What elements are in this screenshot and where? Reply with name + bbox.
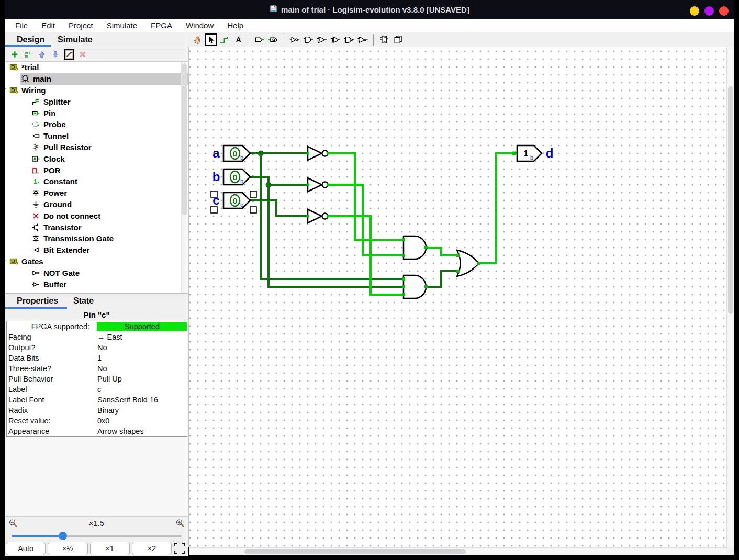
poke-tool-icon[interactable] — [191, 33, 204, 46]
property-row-facing[interactable]: Facing→ East — [7, 332, 187, 342]
tree-item-bit-extender[interactable]: Bit Extender — [5, 244, 188, 256]
text-tool-icon[interactable]: A — [232, 33, 244, 46]
tree-item-buffer[interactable]: Buffer — [5, 278, 188, 290]
zoom-slider-thumb[interactable] — [59, 532, 67, 540]
property-row-output-[interactable]: Output?No — [7, 342, 187, 353]
and-gate[interactable] — [404, 236, 426, 259]
and-gate-tool-icon[interactable] — [302, 33, 315, 46]
horizontal-scrollbar-thumb[interactable] — [244, 549, 466, 554]
collapse-arrow-icon[interactable] — [5, 256, 6, 266]
tree-item-ground[interactable]: Ground — [5, 199, 188, 210]
property-value[interactable]: Binary — [97, 406, 187, 415]
property-row-label-font[interactable]: Label FontSansSerif Bold 16 — [7, 395, 187, 405]
property-row-three-state-[interactable]: Three-state?No — [7, 363, 187, 374]
tree-item-transistor[interactable]: Transistor — [5, 221, 188, 233]
property-value[interactable]: SansSerif Bold 16 — [97, 396, 187, 404]
zoom-slider[interactable] — [12, 535, 182, 537]
tree-item-not-gate[interactable]: NOT Gate — [5, 267, 188, 278]
tree-item-main[interactable]: main — [5, 73, 188, 85]
input-pin-tool-icon[interactable] — [253, 33, 266, 46]
output-pin-tool-icon[interactable] — [267, 33, 279, 46]
edit-tool-icon[interactable] — [205, 33, 217, 46]
property-value[interactable]: Pull Up — [97, 375, 187, 383]
not-gate[interactable] — [308, 209, 328, 223]
wiring-tool-icon[interactable] — [218, 33, 231, 46]
input-pin-c[interactable]: 0 b c — [212, 193, 254, 208]
zoom-button-2[interactable]: ×2 — [132, 542, 172, 555]
selection-handle[interactable] — [211, 191, 217, 197]
property-row-reset-value-[interactable]: Reset value:0x0 — [7, 416, 187, 426]
tree-item-do-not-connect[interactable]: Do not connect — [5, 210, 188, 221]
zoom-button-auto[interactable]: Auto — [6, 542, 46, 555]
tree-item-clock[interactable]: Clock — [5, 153, 188, 164]
property-value[interactable]: No — [97, 343, 187, 352]
property-value[interactable]: No — [97, 364, 187, 373]
and-gate[interactable] — [404, 275, 426, 298]
add-vhdl-icon[interactable]: VHDL — [23, 49, 33, 60]
property-value[interactable]: → East — [97, 333, 187, 341]
tree-item--trial[interactable]: *trial — [5, 62, 188, 73]
selection-handle[interactable] — [250, 207, 256, 213]
tree-item-probe[interactable]: Probe — [5, 119, 188, 130]
property-row-data-bits[interactable]: Data Bits1 — [7, 353, 187, 363]
tab-simulate[interactable]: Simulate — [58, 32, 93, 47]
window-button-minimize[interactable] — [690, 6, 699, 16]
menu-edit[interactable]: Edit — [35, 20, 62, 31]
or-gate-tool-icon[interactable] — [316, 33, 328, 46]
property-row-fpga-supported-[interactable]: FPGA supported:Supported — [7, 321, 187, 332]
tree-item-pull-resistor[interactable]: Pull Resistor — [5, 142, 188, 153]
move-down-icon[interactable] — [50, 49, 61, 60]
tree-item-pin[interactable]: Pin — [5, 107, 188, 119]
property-value[interactable]: 1 — [97, 354, 187, 362]
property-row-radix[interactable]: RadixBinary — [7, 405, 187, 416]
property-value[interactable]: 0x0 — [97, 417, 187, 425]
or-gate[interactable] — [457, 250, 479, 276]
edit-appearance-icon[interactable] — [64, 49, 74, 60]
menu-file[interactable]: File — [8, 20, 35, 31]
selection-handle[interactable] — [211, 207, 217, 213]
canvas-vertical-scrollbar[interactable] — [726, 47, 734, 547]
vertical-scrollbar-thumb[interactable] — [728, 86, 733, 314]
fit-selection-icon[interactable] — [172, 542, 187, 556]
not-gate[interactable] — [308, 178, 328, 192]
add-circuit-icon[interactable] — [9, 49, 20, 60]
tree-scrollbar[interactable] — [181, 62, 187, 293]
property-row-pull-behavior[interactable]: Pull BehaviorPull Up — [7, 374, 187, 384]
circuit-appearance-tool-icon[interactable] — [391, 33, 404, 46]
property-value[interactable]: Supported — [97, 322, 187, 331]
collapse-arrow-icon[interactable] — [5, 85, 6, 95]
property-row-appearance[interactable]: AppearanceArrow shapes — [7, 426, 187, 436]
input-pin-a[interactable]: 0 b a — [212, 145, 254, 161]
not-gate[interactable] — [308, 147, 328, 160]
xor-gate-tool-icon[interactable] — [329, 33, 342, 46]
input-pin-b[interactable]: 0 b b — [212, 169, 254, 185]
menu-simulate[interactable]: Simulate — [100, 20, 144, 31]
circuit-canvas[interactable]: 0 b a 0 b b 0 b c 1 b d — [189, 47, 726, 547]
property-value[interactable]: c — [97, 385, 187, 394]
zoom-button-1[interactable]: ×1 — [90, 542, 130, 555]
tree-item-por[interactable]: POR — [5, 164, 188, 176]
window-button-close[interactable] — [719, 6, 729, 16]
move-up-icon[interactable] — [37, 49, 47, 60]
zoom-button-[interactable]: ×½ — [48, 542, 87, 555]
nor-gate-tool-icon[interactable] — [356, 33, 369, 46]
add-subcircuit-tool-icon[interactable] — [378, 33, 390, 46]
zoom-in-icon[interactable] — [175, 519, 185, 528]
tab-properties[interactable]: Properties — [17, 294, 58, 308]
property-row-label[interactable]: Labelc — [7, 384, 187, 395]
nand-gate-tool-icon[interactable] — [343, 33, 355, 46]
canvas-horizontal-scrollbar[interactable] — [189, 547, 726, 555]
tree-item-splitter[interactable]: Splitter — [5, 96, 188, 107]
menu-fpga[interactable]: FPGA — [144, 20, 179, 31]
menu-project[interactable]: Project — [62, 20, 100, 31]
tree-item-constant[interactable]: 1Constant — [5, 176, 188, 187]
selection-handle[interactable] — [250, 191, 256, 197]
window-button-maximize[interactable] — [704, 6, 714, 16]
tree-item-gates[interactable]: Gates — [5, 256, 188, 267]
delete-circuit-icon[interactable] — [77, 49, 88, 60]
tree-item-tunnel[interactable]: Tunnel — [5, 130, 188, 142]
tree-item-wiring[interactable]: Wiring — [5, 85, 188, 96]
not-gate-tool-icon[interactable] — [288, 33, 301, 46]
tab-state[interactable]: State — [73, 294, 94, 308]
tree-scrollbar-thumb[interactable] — [182, 63, 187, 215]
